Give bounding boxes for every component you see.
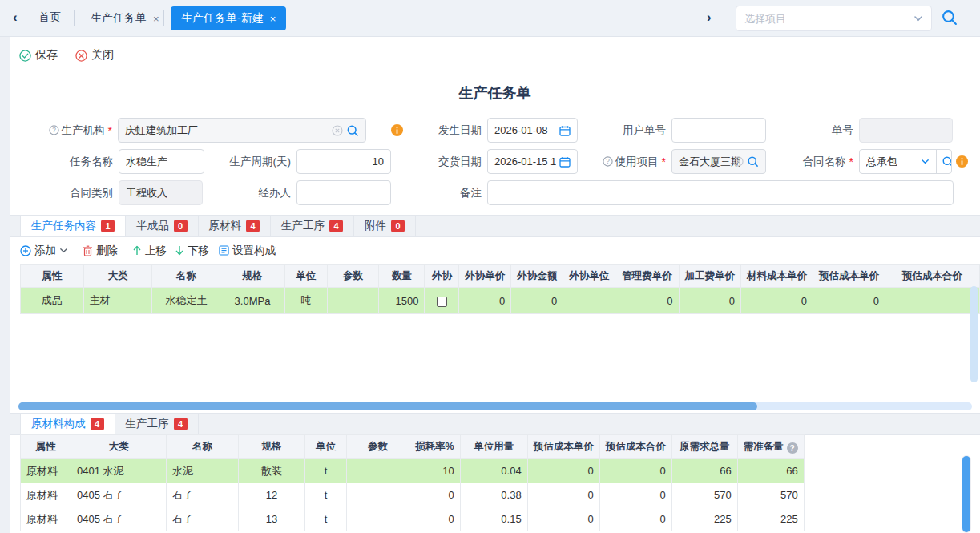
search-icon[interactable]: [941, 9, 958, 26]
close-icon[interactable]: ×: [270, 13, 276, 25]
raw-material-grid: 属性 大类 名称 规格 单位 参数 损耗率% 单位用量 预估成本单价 预估成本合…: [20, 434, 980, 533]
column-header[interactable]: 预估成本合价: [885, 265, 980, 288]
column-header[interactable]: 管理费单价: [615, 265, 679, 288]
column-header[interactable]: 预估成本合价: [599, 435, 671, 459]
project-select[interactable]: [736, 6, 932, 31]
scrollbar-thumb[interactable]: [962, 456, 970, 532]
cell-attribute: 原材料: [21, 459, 71, 483]
save-button[interactable]: 保存: [19, 48, 58, 63]
tab-production-task[interactable]: 生产任务单 ×: [80, 6, 170, 30]
tab-production-task-new[interactable]: 生产任务单-新建 ×: [171, 6, 286, 30]
close-icon[interactable]: ×: [153, 13, 159, 25]
column-header[interactable]: 单位用量: [460, 435, 527, 459]
column-header[interactable]: 规格: [239, 435, 305, 459]
search-icon[interactable]: [747, 155, 759, 168]
column-header[interactable]: 外协: [425, 265, 459, 288]
add-button[interactable]: 添加: [20, 244, 68, 258]
remark-input[interactable]: [487, 180, 954, 205]
field-label: 生产周期(天): [221, 155, 291, 169]
field-contract-name: 合同名称* 总承包: [801, 149, 952, 174]
chevron-down-icon[interactable]: [921, 157, 930, 166]
tab-process[interactable]: 生产工序4: [271, 216, 354, 236]
main-grid-vertical-scrollbar[interactable]: [970, 267, 978, 402]
column-header[interactable]: 参数: [347, 435, 409, 459]
column-header[interactable]: 数量: [379, 265, 425, 288]
chevron-down-icon: [59, 246, 68, 255]
calendar-icon[interactable]: [559, 125, 571, 136]
production-task-page: ‹ 首页 生产任务单 × 生产任务单-新建 × › 保存: [0, 0, 980, 533]
grid-row[interactable]: 成品 主材 水稳定土 3.0MPa 吨 1500 0 0 0 0 0 0: [21, 288, 980, 314]
column-header[interactable]: 需准备量?: [737, 435, 804, 459]
column-header[interactable]: 预估成本单价: [527, 435, 599, 459]
grid-row[interactable]: 原材料 0401 水泥 水泥 散装 t 10 0.04 0 0 66 66: [21, 459, 805, 483]
column-header[interactable]: 大类: [83, 265, 152, 288]
move-down-button[interactable]: 下移: [175, 244, 209, 258]
user-no-input[interactable]: [671, 118, 766, 143]
tab-semi-finished[interactable]: 半成品0: [126, 216, 199, 236]
cell-loss-rate: 0: [409, 483, 461, 507]
search-icon[interactable]: [346, 124, 359, 137]
column-header[interactable]: 外协单价: [459, 265, 511, 288]
column-header[interactable]: 单位: [284, 265, 327, 288]
chevron-down-icon[interactable]: [913, 14, 923, 23]
column-header[interactable]: 原需求总量: [671, 435, 737, 459]
calendar-icon[interactable]: [559, 156, 571, 168]
tab-attachments[interactable]: 附件0: [354, 216, 416, 236]
column-header[interactable]: 名称: [167, 435, 239, 459]
cell-param: [347, 483, 409, 507]
project-select-input[interactable]: [744, 13, 913, 25]
cell-loss-rate: 10: [409, 459, 461, 483]
production-org-input[interactable]: 庆虹建筑加工厂: [118, 118, 366, 143]
handler-input[interactable]: [296, 180, 391, 205]
field-production-org: ? 生产机构* 庆虹建筑加工厂: [11, 118, 366, 143]
delete-button[interactable]: 删除: [83, 244, 118, 258]
cell-outsource-price: 0: [459, 288, 511, 314]
scrollbar-thumb[interactable]: [18, 402, 757, 410]
outsource-checkbox[interactable]: [437, 297, 447, 307]
delivery-date-input[interactable]: 2026-01-15 1: [487, 149, 578, 174]
column-header[interactable]: 材料成本单价: [741, 265, 813, 288]
clear-icon[interactable]: [733, 156, 744, 167]
column-header[interactable]: 属性: [21, 265, 84, 288]
tab-production-content[interactable]: 生产任务内容1: [20, 216, 126, 236]
column-header[interactable]: 规格: [220, 265, 284, 288]
column-header[interactable]: 预估成本单价: [813, 265, 885, 288]
column-header[interactable]: 名称: [152, 265, 220, 288]
info-icon[interactable]: [391, 124, 403, 136]
scrollbar-thumb[interactable]: [970, 286, 978, 382]
column-header[interactable]: 参数: [327, 265, 378, 288]
column-header[interactable]: 损耗率%: [409, 435, 461, 459]
forward-chevron-icon[interactable]: ›: [702, 10, 716, 26]
set-composition-button[interactable]: 设置构成: [219, 244, 276, 258]
column-header[interactable]: 单位: [305, 435, 347, 459]
bottom-grid-vertical-scrollbar[interactable]: [962, 455, 971, 533]
cycle-days-input[interactable]: 10: [296, 149, 391, 174]
use-project-input[interactable]: 金石大厦三期: [671, 149, 766, 174]
help-icon[interactable]: ?: [49, 125, 59, 135]
grid-header-row: 属性 大类 名称 规格 单位 参数 数量 外协 外协单价 外协金额 外协单位 管…: [21, 265, 980, 288]
tab-raw-materials[interactable]: 原材料4: [199, 216, 272, 236]
tab-raw-material-composition[interactable]: 原材料构成4: [20, 414, 115, 434]
column-header[interactable]: 加工费单价: [679, 265, 741, 288]
contract-name-select[interactable]: 总承包: [859, 149, 952, 174]
close-button[interactable]: 关闭: [75, 48, 114, 63]
column-header[interactable]: 外协金额: [511, 265, 563, 288]
column-header[interactable]: 大类: [71, 435, 167, 459]
task-name-input[interactable]: 水稳生产: [119, 149, 204, 174]
tab-production-process[interactable]: 生产工序4: [115, 414, 199, 434]
help-icon[interactable]: ?: [603, 156, 613, 167]
cell-required-total: 66: [671, 459, 737, 483]
search-icon[interactable]: [936, 150, 952, 173]
horizontal-scrollbar[interactable]: [18, 402, 972, 410]
help-icon[interactable]: ?: [787, 442, 798, 454]
column-header[interactable]: 属性: [21, 435, 71, 459]
info-icon[interactable]: [956, 155, 968, 168]
column-header[interactable]: 外协单位: [563, 265, 615, 288]
issue-date-input[interactable]: 2026-01-08: [487, 118, 578, 143]
back-chevron-icon[interactable]: ‹: [8, 10, 22, 26]
clear-icon[interactable]: [332, 125, 343, 136]
move-up-button[interactable]: 上移: [132, 244, 167, 258]
tab-home[interactable]: 首页: [38, 10, 61, 25]
grid-row[interactable]: 原材料 0405 石子 石子 13 t 0 0.15 0 0 225 225: [21, 507, 805, 531]
grid-row[interactable]: 原材料 0405 石子 石子 12 t 0 0.38 0 0 570 570: [21, 483, 805, 507]
